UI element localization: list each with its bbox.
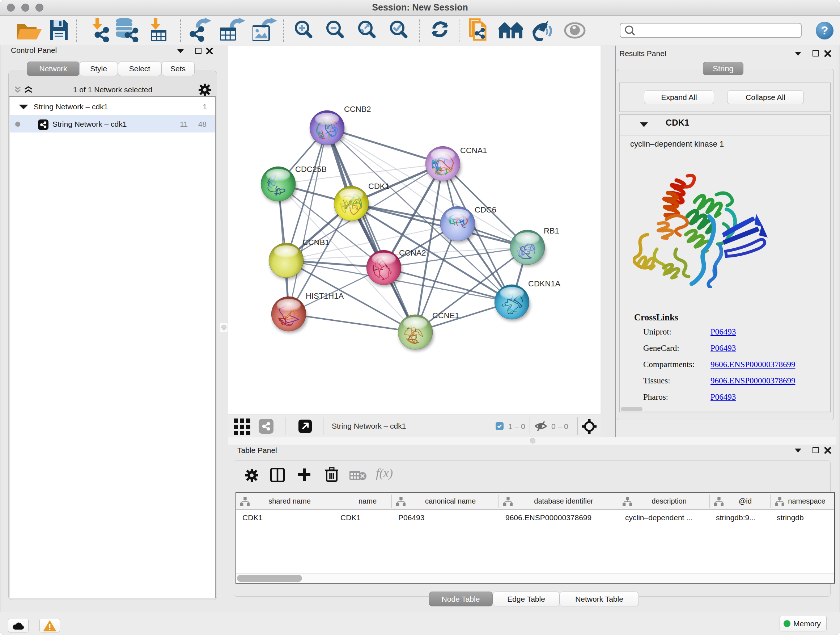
svg-text:HIST1H1A: HIST1H1A: [306, 291, 344, 301]
svg-text:CDKN1A: CDKN1A: [528, 279, 561, 288]
svg-text:CDK1: CDK1: [368, 182, 390, 191]
svg-text:CCNA2: CCNA2: [399, 249, 426, 257]
svg-text:CDC25B: CDC25B: [295, 165, 327, 174]
svg-text:CDC6: CDC6: [475, 205, 496, 214]
svg-text:RB1: RB1: [544, 226, 559, 235]
svg-text:CCNB2: CCNB2: [344, 105, 371, 114]
svg-text:CCNE1: CCNE1: [432, 311, 459, 320]
svg-text:CCNB1: CCNB1: [302, 238, 330, 247]
svg-text:CCNA1: CCNA1: [460, 146, 487, 155]
